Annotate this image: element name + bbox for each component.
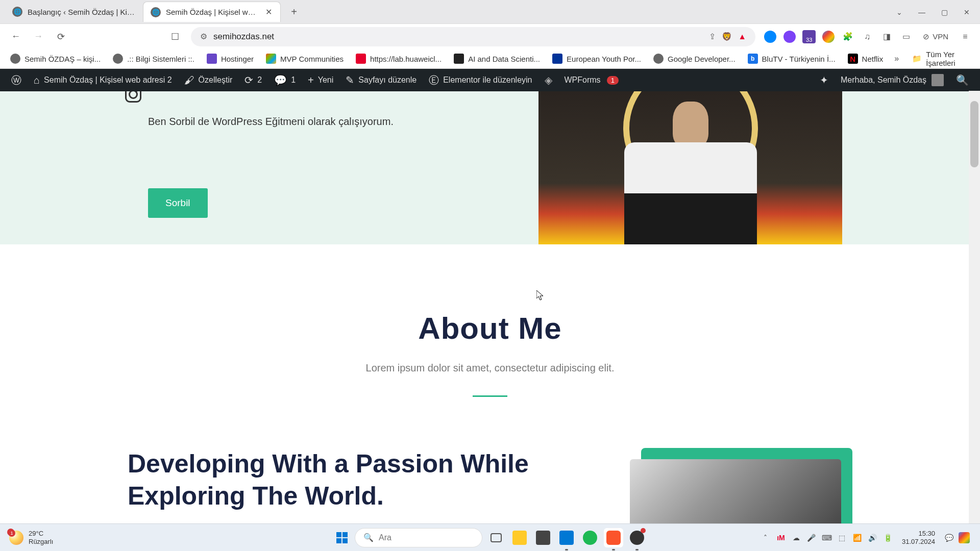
bookmark-item[interactable]: bBluTV - Türkiyenin İ...: [743, 52, 841, 66]
developing-section: Developing With a Passion While Explorin…: [0, 397, 980, 524]
reload-button[interactable]: ⟳: [52, 28, 69, 45]
taskbar: 1 29°C Rüzgarlı 🔍 ˄ ıM ☁ 🎤 ⌨ ⬚ 📶 🔊 🔋: [0, 523, 980, 551]
back-button[interactable]: ←: [7, 28, 24, 45]
wallet-icon[interactable]: ▭: [898, 29, 914, 44]
clock[interactable]: 15:30 31.07.2024: [902, 530, 935, 545]
browser-tab-inactive[interactable]: 🌐 Başlangıç ‹ Semih Özdaş | Kişisel we…: [5, 2, 143, 22]
bookmarks-folder[interactable]: 📁Tüm Yer İşaretleri: [907, 48, 975, 69]
keyboard-icon[interactable]: ⌨: [820, 531, 834, 544]
forward-button[interactable]: →: [30, 28, 47, 45]
bookmark-item[interactable]: Google Developer...: [648, 52, 741, 66]
taskbar-search[interactable]: 🔍: [355, 528, 482, 547]
site-settings-icon[interactable]: ⚙: [200, 32, 207, 41]
music-icon[interactable]: ♫: [860, 29, 875, 44]
wifi-icon[interactable]: 📶: [851, 531, 864, 544]
language-icon[interactable]: ⬚: [836, 531, 849, 544]
hero-text: Ben Sorbil de WordPress Eğitmeni olarak …: [148, 116, 394, 128]
wp-edit-page[interactable]: ✎Sayfayı düzenle: [339, 69, 423, 91]
minimize-icon[interactable]: —: [914, 4, 930, 20]
brave-rewards-icon[interactable]: ▲: [738, 32, 746, 41]
dev-title: Developing With a Passion While Explorin…: [128, 448, 539, 512]
tabs-dropdown-icon[interactable]: ⌄: [891, 4, 908, 20]
globe-icon: 🌐: [151, 7, 161, 17]
close-icon[interactable]: ✕: [959, 4, 975, 20]
about-title: About Me: [0, 311, 980, 346]
sorbil-button[interactable]: Sorbil: [148, 188, 208, 218]
brave-shield-icon[interactable]: 🦁: [722, 32, 732, 41]
dev-image-wrap: [641, 448, 852, 524]
tab-bar: 🌐 Başlangıç ‹ Semih Özdaş | Kişisel we… …: [0, 0, 980, 23]
system-tray: ˄ ıM ☁ 🎤 ⌨ ⬚ 📶 🔊 🔋 15:30 31.07.2024 💬: [759, 530, 971, 545]
wp-theme-icon[interactable]: ◈: [538, 69, 558, 91]
wp-admin-bar: ⓦ ⌂Semih Özdaş | Kişisel web adresi 2 🖌Ö…: [0, 69, 980, 91]
menu-icon[interactable]: ≡: [958, 29, 973, 44]
extensions-icon[interactable]: 🧩: [840, 29, 855, 44]
wp-ai-icon[interactable]: ✦: [814, 69, 835, 91]
new-tab-button[interactable]: +: [286, 4, 302, 20]
browser-tab-active[interactable]: 🌐 Semih Özdaş | Kişisel web adre ✕: [143, 2, 281, 22]
bookmark-icon[interactable]: ☐: [166, 28, 184, 45]
scrollbar[interactable]: [969, 91, 980, 523]
wp-new[interactable]: +Yeni: [302, 69, 339, 91]
bookmark-item[interactable]: AI and Data Scienti...: [449, 52, 545, 66]
close-icon[interactable]: ✕: [264, 8, 273, 17]
wp-user-menu[interactable]: Merhaba, Semih Özdaş: [835, 74, 950, 86]
tray-overflow-icon[interactable]: ˄: [759, 531, 772, 544]
taskbar-center: 🔍: [333, 528, 647, 547]
about-subtitle: Lorem ipsum dolor sit amet, consectetur …: [0, 362, 980, 374]
spotify-icon[interactable]: [580, 528, 600, 547]
bookmark-item[interactable]: NNetflix: [843, 52, 889, 66]
wp-updates[interactable]: ⟳2: [238, 69, 268, 91]
instagram-icon[interactable]: [125, 91, 141, 103]
url-input[interactable]: ⚙ semihozdas.net ⇪ 🦁 ▲: [191, 27, 755, 46]
maximize-icon[interactable]: ▢: [936, 4, 952, 20]
bookmark-item[interactable]: https://lab.huaweicl...: [351, 52, 447, 66]
bookmark-item[interactable]: MVP Communities: [261, 52, 349, 66]
extension-icon[interactable]: [821, 29, 836, 44]
wp-site-name[interactable]: ⌂Semih Özdaş | Kişisel web adresi 2: [28, 69, 178, 91]
mic-icon[interactable]: 🎤: [805, 531, 818, 544]
bookmark-overflow-icon[interactable]: »: [890, 52, 903, 65]
sidepanel-icon[interactable]: ◨: [879, 29, 894, 44]
search-input[interactable]: [379, 533, 481, 542]
avatar: [932, 74, 944, 86]
volume-icon[interactable]: 🔊: [866, 531, 879, 544]
share-icon[interactable]: ⇪: [709, 32, 716, 41]
obs-icon[interactable]: [627, 528, 647, 547]
bookmark-bar: Semih ÖZDAŞ – kişi... .:: Bilgi Sistemle…: [0, 49, 980, 68]
weather-widget[interactable]: 1 29°C Rüzgarlı: [9, 530, 53, 545]
extension-icon[interactable]: [782, 29, 797, 44]
taskview-icon[interactable]: [486, 528, 506, 547]
explorer-icon[interactable]: [510, 528, 529, 547]
wp-logo[interactable]: ⓦ: [5, 69, 28, 91]
wp-elementor[interactable]: ⒺElementor ile düzenleyin: [423, 69, 538, 91]
weather-text: 29°C Rüzgarlı: [29, 530, 53, 545]
battery-icon[interactable]: 🔋: [881, 531, 895, 544]
bookmark-item[interactable]: Semih ÖZDAŞ – kişi...: [5, 52, 106, 66]
copilot-icon[interactable]: [958, 531, 971, 544]
scrollbar-thumb[interactable]: [970, 101, 978, 167]
unity-icon[interactable]: [533, 528, 553, 547]
brave-icon[interactable]: [604, 528, 623, 547]
vscode-icon[interactable]: [557, 528, 576, 547]
notifications-icon[interactable]: 💬: [942, 531, 955, 544]
browser-chrome: 🌐 Başlangıç ‹ Semih Özdaş | Kişisel we… …: [0, 0, 980, 69]
dev-image: [630, 459, 841, 524]
tray-app-icon[interactable]: ıM: [774, 531, 788, 544]
tab-title: Başlangıç ‹ Semih Özdaş | Kişisel we…: [28, 8, 136, 16]
bookmark-item[interactable]: Hostinger: [202, 52, 259, 66]
bookmark-item[interactable]: .:: Bilgi Sistemleri ::.: [108, 52, 200, 66]
wp-customize[interactable]: 🖌Özelleştir: [178, 69, 239, 91]
globe-icon: 🌐: [12, 7, 22, 17]
vpn-button[interactable]: ⊘VPN: [918, 30, 953, 43]
wp-search-icon[interactable]: 🔍: [950, 69, 975, 91]
start-button[interactable]: [333, 529, 351, 546]
search-icon: 🔍: [363, 533, 374, 542]
wp-wpforms[interactable]: WPForms1: [558, 69, 625, 91]
extension-badge-icon[interactable]: 33: [801, 29, 817, 44]
tab-title: Semih Özdaş | Kişisel web adre: [166, 8, 259, 16]
bookmark-item[interactable]: European Youth Por...: [547, 52, 646, 66]
onedrive-icon[interactable]: ☁: [790, 531, 803, 544]
wp-comments[interactable]: 💬1: [268, 69, 302, 91]
shazam-icon[interactable]: [763, 29, 778, 44]
